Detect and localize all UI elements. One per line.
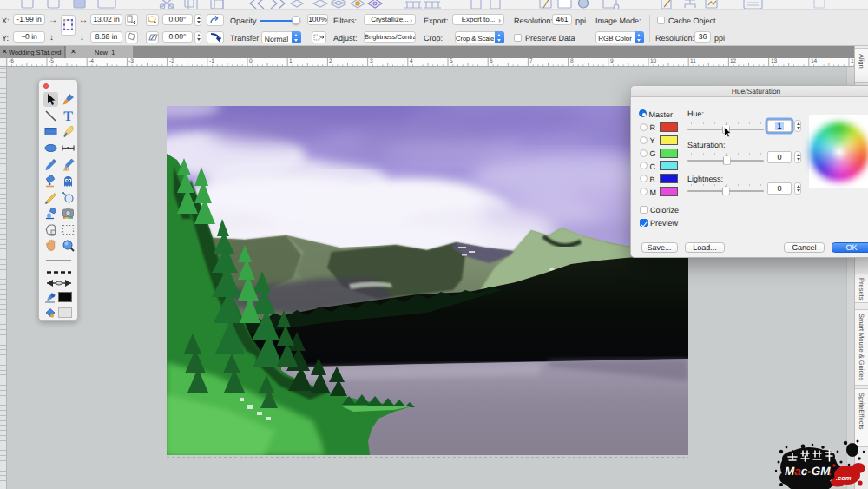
- svg-text:Mac-GM: Mac-GM: [785, 465, 831, 478]
- svg-text:T: T: [63, 109, 73, 123]
- svg-text:.com: .com: [836, 474, 852, 482]
